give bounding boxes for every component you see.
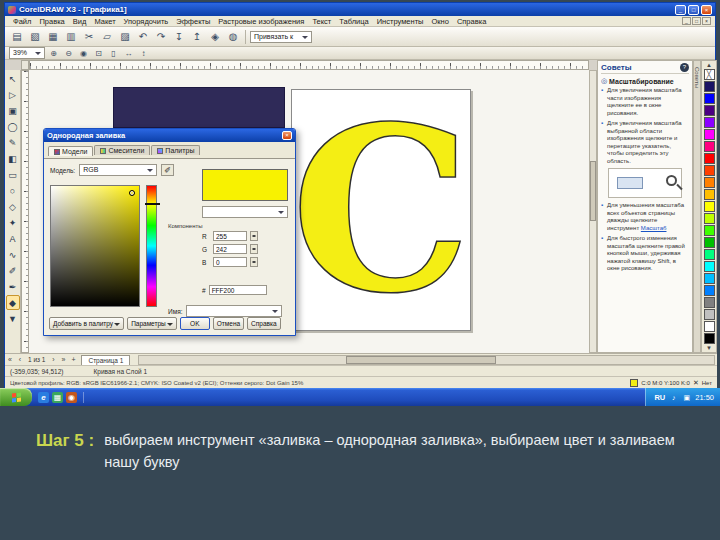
color-swatch[interactable] [704,273,715,284]
zoom-selected-icon[interactable]: ◉ [77,47,90,59]
b-spinner[interactable] [250,257,258,267]
add-to-palette-button[interactable]: Добавить в палитру [49,317,124,330]
pick-tool[interactable]: ↖ [6,71,20,86]
help-button[interactable]: Справка [247,317,281,330]
options-button[interactable]: Параметры [127,317,177,330]
tab-palettes[interactable]: Палитры [151,145,200,155]
no-color-swatch[interactable]: ╳ [704,69,715,80]
menu-item[interactable]: Таблица [335,16,372,27]
color-swatch[interactable] [704,261,715,272]
page-tab[interactable]: Страница 1 [81,355,130,365]
cut-icon[interactable]: ✂ [81,29,97,45]
vertical-scrollbar-thumb[interactable] [590,161,596,221]
new-document-icon[interactable]: ▤ [9,29,25,45]
color-swatch[interactable] [704,105,715,116]
palette-scroll-down-icon[interactable]: ▼ [706,345,712,352]
tab-models[interactable]: Модели [48,146,93,156]
r-value-field[interactable]: 255 [213,231,247,241]
color-swatch[interactable] [704,333,715,344]
vertical-scrollbar[interactable] [589,70,597,353]
copy-icon[interactable]: ▱ [99,29,115,45]
color-selection-field[interactable] [50,185,140,307]
zoom-tool[interactable]: ◯ [6,119,20,134]
color-swatch[interactable] [704,81,715,92]
minimize-button[interactable]: _ [675,5,686,15]
freehand-tool[interactable]: ✎ [6,135,20,150]
paste-icon[interactable]: ▨ [117,29,133,45]
application-launcher-icon[interactable]: ◈ [207,29,223,45]
interactive-blend-tool[interactable]: ∿ [6,247,20,262]
language-indicator[interactable]: RU [654,393,665,402]
r-spinner[interactable] [250,231,258,241]
color-swatch[interactable] [704,189,715,200]
zoom-page-icon[interactable]: ▯ [107,47,120,59]
smart-fill-tool[interactable]: ◧ [6,151,20,166]
zoom-out-icon[interactable]: ⊖ [62,47,75,59]
outline-tool[interactable]: ✒ [6,279,20,294]
color-swatch[interactable] [704,93,715,104]
color-swatch[interactable] [704,297,715,308]
polygon-tool[interactable]: ◇ [6,199,20,214]
color-swatch[interactable] [704,165,715,176]
cancel-button[interactable]: Отмена [213,317,244,330]
tab-mixers[interactable]: Смесители [94,145,150,155]
color-swatch[interactable] [704,177,715,188]
color-swatch[interactable] [704,285,715,296]
fill-tool[interactable]: ◆ [6,295,20,310]
eyedropper-tool[interactable]: ✐ [6,263,20,278]
model-combo[interactable]: RGB [79,164,157,176]
docker-help-icon[interactable]: ? [680,63,689,72]
horizontal-scrollbar-thumb[interactable] [346,356,495,364]
color-swatch[interactable] [704,129,715,140]
interactive-fill-tool[interactable]: ▼ [6,311,20,326]
menu-item[interactable]: Инструменты [373,16,428,27]
palette-scroll-up-icon[interactable]: ▲ [706,62,712,69]
basic-shapes-tool[interactable]: ✦ [6,215,20,230]
hue-slider[interactable] [146,185,157,307]
show-desktop-icon[interactable]: ▦ [52,392,63,403]
menu-item[interactable]: Файл [9,16,35,27]
maximize-button[interactable]: □ [688,5,699,15]
undo-icon[interactable]: ↶ [135,29,151,45]
eyedropper-button[interactable]: ✐ [161,164,174,176]
hex-value-field[interactable]: FFF200 [209,285,267,295]
menu-item[interactable]: Макет [90,16,119,27]
color-swatch[interactable] [704,117,715,128]
color-swatch[interactable] [704,201,715,212]
navy-rectangle-object[interactable] [113,87,285,128]
add-page-icon[interactable]: + [68,356,78,363]
color-options-combo[interactable] [202,206,288,218]
color-swatch[interactable] [704,321,715,332]
menu-item[interactable]: Вид [69,16,91,27]
zoom-page-width-icon[interactable]: ↔ [122,47,135,59]
zoom-tool-link[interactable]: Масштаб [641,225,667,231]
menu-item[interactable]: Текст [308,16,335,27]
next-page-icon[interactable]: › [48,356,58,363]
dialog-close-button[interactable]: × [282,131,292,140]
rectangle-tool[interactable]: ▭ [6,167,20,182]
save-icon[interactable]: ▦ [45,29,61,45]
color-swatch[interactable] [704,249,715,260]
prev-page-icon[interactable]: ‹ [15,356,25,363]
menu-item[interactable]: Растровые изображения [214,16,308,27]
media-player-icon[interactable]: ◉ [66,392,77,403]
last-page-icon[interactable]: » [58,356,68,363]
g-spinner[interactable] [250,244,258,254]
horizontal-scrollbar[interactable] [138,355,715,365]
document-close-button[interactable]: × [702,17,711,25]
menu-item[interactable]: Упорядочить [120,16,173,27]
snap-to-combo[interactable]: Привязать к [250,31,312,43]
import-icon[interactable]: ↧ [171,29,187,45]
close-button[interactable]: × [701,5,712,15]
color-swatch[interactable] [704,237,715,248]
corel-online-icon[interactable]: ◍ [225,29,241,45]
text-tool[interactable]: А [6,231,20,246]
zoom-page-height-icon[interactable]: ↕ [137,47,150,59]
menu-item[interactable]: Справка [453,16,490,27]
color-swatch[interactable] [704,153,715,164]
security-icon[interactable]: ▣ [682,393,691,402]
export-icon[interactable]: ↥ [189,29,205,45]
volume-icon[interactable]: ♪ [669,393,678,402]
zoom-in-icon[interactable]: ⊕ [47,47,60,59]
first-page-icon[interactable]: « [5,356,15,363]
